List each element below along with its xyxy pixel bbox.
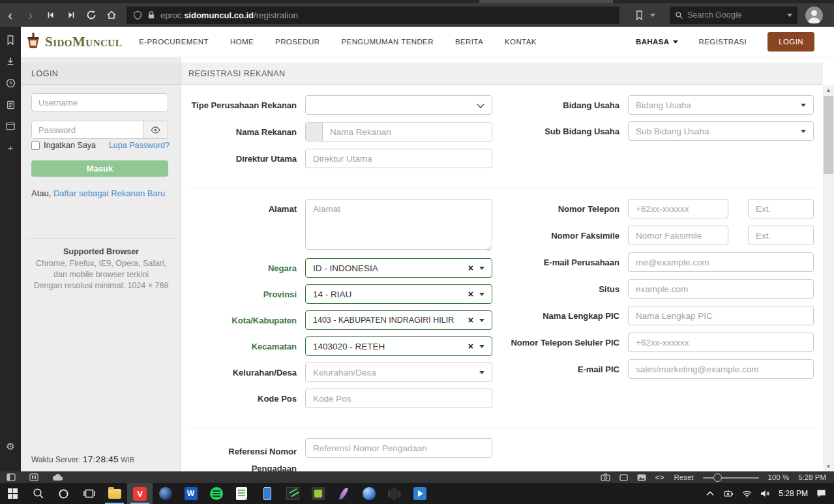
forgot-password-link[interactable]: Lupa Password? bbox=[109, 141, 170, 150]
nomor-faksimile-input[interactable] bbox=[628, 226, 728, 245]
search-input[interactable] bbox=[687, 10, 784, 20]
scrollbar-thumb[interactable] bbox=[824, 96, 833, 174]
action-center-icon[interactable] bbox=[816, 489, 826, 498]
tiling-icon[interactable] bbox=[29, 473, 38, 481]
search-engine-icon[interactable] bbox=[675, 11, 683, 20]
nav-prosedur[interactable]: PROSEDUR bbox=[275, 38, 320, 46]
profile-avatar[interactable] bbox=[805, 7, 823, 24]
search-dropdown-icon[interactable] bbox=[787, 14, 792, 17]
sub-bidang-usaha-select[interactable]: Sub Bidang Usaha bbox=[628, 121, 814, 141]
tipe-perusahaan-select[interactable] bbox=[305, 95, 492, 115]
show-password-button[interactable] bbox=[143, 121, 168, 138]
kecamatan-select[interactable]: 1403020 - RETEH × bbox=[305, 336, 492, 356]
tray-volume-muted-icon[interactable] bbox=[760, 490, 770, 497]
password-input[interactable] bbox=[32, 121, 143, 138]
alamat-textarea[interactable] bbox=[305, 199, 492, 250]
kode-pos-input[interactable] bbox=[305, 389, 492, 408]
taskbar-quill-app[interactable] bbox=[331, 483, 356, 504]
zoom-slider-knob[interactable] bbox=[713, 473, 722, 482]
situs-input[interactable] bbox=[628, 279, 814, 299]
break-mode-icon[interactable] bbox=[619, 474, 628, 481]
username-input[interactable] bbox=[31, 93, 168, 111]
nav-pengumuman-tender[interactable]: PENGUMUMAN TENDER bbox=[341, 38, 433, 46]
taskbar-wireframe-app[interactable] bbox=[280, 483, 305, 504]
settings-gear-icon[interactable]: ⚙ bbox=[0, 436, 21, 457]
nomor-telepon-input[interactable] bbox=[628, 199, 728, 218]
bidang-usaha-select[interactable]: Bidang Usaha bbox=[628, 95, 814, 115]
scroll-down-arrow[interactable]: ▼ bbox=[823, 462, 834, 471]
taskbar-android-app[interactable] bbox=[305, 483, 331, 504]
taskbar-phone-app[interactable] bbox=[254, 483, 280, 504]
email-pic-input[interactable] bbox=[628, 359, 814, 379]
zoom-reset-button[interactable]: Reset bbox=[674, 473, 694, 481]
remember-checkbox[interactable] bbox=[31, 141, 40, 150]
history-panel-icon[interactable] bbox=[0, 72, 21, 94]
rewind-button[interactable] bbox=[40, 6, 61, 24]
page-scrollbar[interactable]: ▲ ▼ bbox=[823, 85, 834, 471]
direktur-utama-input[interactable] bbox=[305, 149, 492, 168]
taskbar-movies-app[interactable] bbox=[407, 483, 432, 504]
downloads-panel-icon[interactable] bbox=[0, 51, 21, 72]
notes-panel-icon[interactable] bbox=[0, 94, 21, 115]
telepon-seluler-pic-input[interactable] bbox=[628, 333, 814, 352]
lock-icon[interactable] bbox=[147, 10, 155, 20]
negara-select[interactable]: ID - INDONESIA × bbox=[305, 258, 492, 278]
taskbar-word[interactable]: W bbox=[178, 483, 203, 504]
sync-cloud-icon[interactable] bbox=[52, 474, 63, 481]
cortana-button[interactable] bbox=[51, 483, 76, 504]
kota-kabupaten-select[interactable]: 1403 - KABUPATEN INDRAGIRI HILIR × bbox=[305, 310, 492, 330]
nav-registrasi[interactable]: REGISTRASI bbox=[699, 38, 747, 46]
address-bar[interactable]: eproc.sidomuncul.co.id/registration bbox=[127, 7, 619, 24]
bookmarks-panel-icon[interactable] bbox=[0, 29, 21, 51]
window-panel-icon[interactable] bbox=[0, 115, 21, 137]
shield-icon[interactable] bbox=[133, 10, 142, 20]
bookmark-icon[interactable] bbox=[635, 10, 644, 20]
tray-chevron-up-icon[interactable] bbox=[706, 491, 714, 496]
taskbar-sphere-app[interactable] bbox=[356, 483, 381, 504]
clear-selection-icon[interactable]: × bbox=[468, 316, 473, 325]
bahasa-dropdown[interactable]: BAHASA bbox=[636, 38, 678, 46]
bookmark-dropdown-icon[interactable] bbox=[650, 14, 655, 17]
clear-selection-icon[interactable]: × bbox=[468, 263, 473, 273]
referensi-input[interactable] bbox=[305, 438, 492, 458]
taskbar-clock[interactable]: 5:28 PM bbox=[779, 489, 808, 498]
nama-rekanan-input[interactable] bbox=[323, 123, 492, 141]
fast-forward-button[interactable] bbox=[61, 6, 81, 24]
back-button[interactable]: ‹ bbox=[0, 6, 20, 24]
provinsi-select[interactable]: 14 - RIAU × bbox=[305, 284, 492, 304]
forward-button[interactable]: › bbox=[20, 6, 40, 24]
taskbar-unity-app[interactable] bbox=[381, 483, 407, 504]
login-button[interactable]: LOGIN bbox=[767, 32, 814, 52]
taskbar-spotify[interactable] bbox=[203, 483, 229, 504]
email-perusahaan-input[interactable] bbox=[628, 252, 814, 272]
capture-camera-icon[interactable] bbox=[601, 473, 610, 481]
zoom-slider[interactable] bbox=[703, 473, 759, 482]
register-link[interactable]: Daftar sebagai Rekanan Baru bbox=[53, 188, 165, 198]
add-panel-icon[interactable]: + bbox=[0, 137, 21, 158]
home-button[interactable] bbox=[101, 6, 121, 24]
sidomuncul-logo[interactable]: SidoMuncul bbox=[25, 32, 122, 52]
start-button[interactable] bbox=[0, 483, 25, 504]
url-text[interactable]: eproc.sidomuncul.co.id/registration bbox=[160, 10, 298, 20]
telepon-ext-input[interactable] bbox=[748, 199, 814, 218]
browser-search[interactable] bbox=[670, 7, 797, 24]
taskbar-notepad[interactable] bbox=[229, 483, 254, 504]
panel-toggle-icon[interactable] bbox=[7, 473, 16, 481]
nama-pic-input[interactable] bbox=[628, 306, 814, 325]
clear-selection-icon[interactable]: × bbox=[468, 289, 473, 299]
taskbar-file-explorer[interactable] bbox=[102, 483, 127, 504]
tray-wifi-icon[interactable] bbox=[742, 490, 752, 497]
taskbar-vivaldi[interactable]: V bbox=[127, 483, 153, 504]
faksimile-ext-input[interactable] bbox=[748, 226, 814, 245]
reload-button[interactable] bbox=[81, 6, 101, 24]
nav-kontak[interactable]: KONTAK bbox=[505, 38, 537, 46]
clear-selection-icon[interactable]: × bbox=[468, 342, 473, 351]
nav-berita[interactable]: BERITA bbox=[455, 38, 483, 46]
taskbar-search-button[interactable] bbox=[25, 483, 51, 504]
task-view-button[interactable] bbox=[76, 483, 102, 504]
tray-battery-icon[interactable] bbox=[722, 490, 734, 497]
nav-home[interactable]: HOME bbox=[230, 38, 254, 46]
images-toggle-icon[interactable] bbox=[637, 474, 646, 481]
scroll-up-arrow[interactable]: ▲ bbox=[823, 85, 834, 95]
kelurahan-desa-select[interactable]: Kelurahan/Desa bbox=[305, 363, 492, 382]
